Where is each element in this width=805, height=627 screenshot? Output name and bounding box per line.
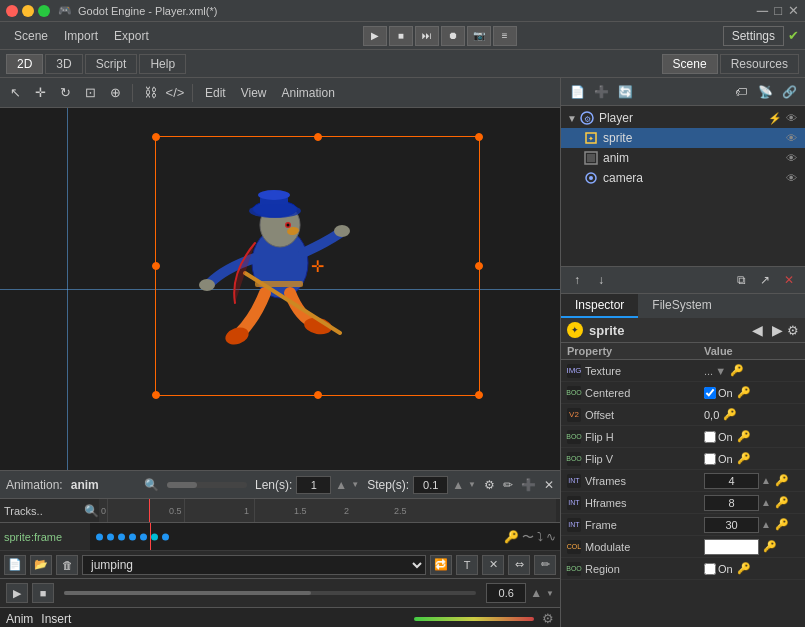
inspector-gear-button[interactable]: ⚙	[787, 323, 799, 338]
tree-item-player[interactable]: ▼ ⚙ Player ⚡ 👁	[561, 108, 805, 128]
settings-gear-icon[interactable]: ⚙	[542, 611, 554, 626]
speed-input[interactable]: 0.6	[486, 583, 526, 603]
link-tool-button[interactable]: ⛓	[139, 82, 161, 104]
close-icon[interactable]: ✕	[788, 3, 799, 18]
mode-3d-button[interactable]: 3D	[45, 54, 82, 74]
scene-script-icon[interactable]: ⚡	[767, 110, 783, 126]
keyframe-3[interactable]	[118, 533, 125, 540]
camera-visibility-button[interactable]: 👁	[783, 170, 799, 186]
track-wave-icon[interactable]: ∿	[546, 530, 556, 544]
inspector-prev-button[interactable]: ◀	[747, 322, 767, 338]
handle-tm[interactable]	[314, 133, 322, 141]
record-button[interactable]: ⏺	[441, 26, 465, 46]
handle-bl[interactable]	[152, 391, 160, 399]
restore-icon[interactable]: □	[774, 3, 782, 18]
step-button[interactable]: ⏭	[415, 26, 439, 46]
speed-up-icon[interactable]: ▲	[530, 586, 542, 600]
scene-add-button[interactable]: ➕	[591, 82, 611, 102]
anim-loop-button[interactable]: 🔁	[430, 555, 452, 575]
anim-settings-btn[interactable]: ⚙	[484, 478, 495, 492]
flip-v-checkbox[interactable]	[704, 453, 716, 465]
menu-scene[interactable]: Scene	[6, 26, 56, 46]
scene-remote-button[interactable]: 📡	[755, 82, 775, 102]
keyframe-2[interactable]	[107, 533, 114, 540]
minimize-icon[interactable]: ─	[757, 2, 768, 20]
new-anim-button[interactable]: 📄	[4, 555, 26, 575]
handle-br[interactable]	[475, 391, 483, 399]
scene-move-up-button[interactable]: ↑	[567, 270, 587, 290]
rotate-tool-button[interactable]: ↻	[54, 82, 76, 104]
anim-pencil-btn[interactable]: ✏	[503, 478, 513, 492]
flip-h-checkbox[interactable]	[704, 431, 716, 443]
window-controls[interactable]	[6, 5, 50, 17]
more-button[interactable]: ≡	[493, 26, 517, 46]
vframes-input[interactable]	[704, 473, 759, 489]
centered-checkbox[interactable]	[704, 387, 716, 399]
region-checkbox[interactable]	[704, 563, 716, 575]
vframes-lock-button[interactable]: 🔑	[775, 474, 789, 487]
hframes-up-icon[interactable]: ▲	[761, 497, 771, 508]
maximize-button[interactable]	[38, 5, 50, 17]
settings-button[interactable]: Settings	[723, 26, 784, 46]
handle-mr[interactable]	[475, 262, 483, 270]
flip-v-lock-button[interactable]: 🔑	[737, 452, 751, 465]
step-down-icon[interactable]: ▼	[468, 480, 476, 489]
play-button[interactable]: ▶	[363, 26, 387, 46]
player-visibility-button[interactable]: 👁	[783, 110, 799, 126]
anim-name-select[interactable]: jumping	[82, 555, 426, 575]
len-down-icon[interactable]: ▼	[351, 480, 359, 489]
texture-dropdown-icon[interactable]: ▼	[715, 365, 726, 377]
move-tool-button[interactable]: ✛	[29, 82, 51, 104]
scene-move-down-button[interactable]: ↓	[591, 270, 611, 290]
minimize-button[interactable]	[22, 5, 34, 17]
open-anim-button[interactable]: 📂	[30, 555, 52, 575]
handle-tr[interactable]	[475, 133, 483, 141]
scene-duplicate-button[interactable]: ⧉	[731, 270, 751, 290]
track-timeline[interactable]: 🔑 〜 ⤵ ∿	[90, 523, 560, 550]
handle-ml[interactable]	[152, 262, 160, 270]
modulate-color-swatch[interactable]	[704, 539, 759, 555]
stop-button[interactable]: ■	[389, 26, 413, 46]
scale-tool-button[interactable]: ⊡	[79, 82, 101, 104]
playback-play-button[interactable]: ▶	[6, 583, 28, 603]
frame-up-icon[interactable]: ▲	[761, 519, 771, 530]
flip-h-lock-button[interactable]: 🔑	[737, 430, 751, 443]
offset-lock-button[interactable]: 🔑	[723, 408, 737, 421]
tracks-label[interactable]: Tracks..	[4, 505, 84, 517]
scene-tab-button[interactable]: Scene	[662, 54, 718, 74]
screenshot-button[interactable]: 📷	[467, 26, 491, 46]
track-key-icon[interactable]: 🔑	[504, 530, 519, 544]
anim-scrubber[interactable]	[167, 482, 247, 488]
keyframe-6[interactable]	[162, 533, 169, 540]
edit-menu-button[interactable]: Edit	[199, 84, 232, 102]
region-lock-button[interactable]: 🔑	[737, 562, 751, 575]
frame-lock-button[interactable]: 🔑	[775, 518, 789, 531]
viewport[interactable]: ✛	[0, 108, 560, 470]
delete-anim-button[interactable]: 🗑	[56, 555, 78, 575]
tree-item-anim[interactable]: anim 👁	[561, 148, 805, 168]
handle-bm[interactable]	[314, 391, 322, 399]
modulate-lock-button[interactable]: 🔑	[763, 540, 777, 553]
keyframe-1[interactable]	[96, 533, 103, 540]
vframes-up-icon[interactable]: ▲	[761, 475, 771, 486]
tracks-search-button[interactable]: 🔍	[84, 504, 99, 518]
player-collapse-icon[interactable]: ▼	[567, 113, 577, 124]
texture-lock-button[interactable]: 🔑	[730, 364, 744, 377]
anim-plus-btn[interactable]: ➕	[521, 478, 536, 492]
len-up-icon[interactable]: ▲	[335, 478, 347, 492]
mode-script-button[interactable]: Script	[85, 54, 138, 74]
inspector-tab[interactable]: Inspector	[561, 294, 638, 318]
scene-delete-button[interactable]: ✕	[779, 270, 799, 290]
anim-mirror-button[interactable]: ⇔	[508, 555, 530, 575]
len-input[interactable]: 1	[296, 476, 331, 494]
anim-close-btn[interactable]: ✕	[544, 478, 554, 492]
inspector-next-button[interactable]: ▶	[767, 322, 787, 338]
playhead[interactable]	[149, 499, 150, 522]
hframes-lock-button[interactable]: 🔑	[775, 496, 789, 509]
anim-delete2-button[interactable]: ✕	[482, 555, 504, 575]
filesystem-tab[interactable]: FileSystem	[638, 294, 725, 318]
scene-new-scene-button[interactable]: 📄	[567, 82, 587, 102]
step-input[interactable]: 0.1	[413, 476, 448, 494]
keyframe-4[interactable]	[129, 533, 136, 540]
scene-filter-button[interactable]: 🏷	[731, 82, 751, 102]
